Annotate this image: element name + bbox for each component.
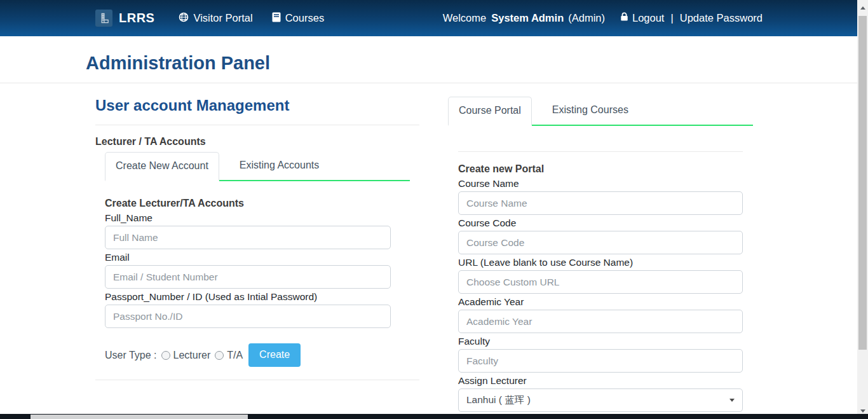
user-role: (Admin) <box>568 12 605 24</box>
logout-link[interactable]: Logout <box>620 12 664 24</box>
create-account-form: Create Lecturer/TA Accounts Full_Name Em… <box>105 181 391 380</box>
course-code-label: Course Code <box>458 217 743 230</box>
footer-bar-segment <box>31 415 248 419</box>
nav-courses-label: Courses <box>285 12 324 24</box>
create-portal-heading: Create new Portal <box>458 163 743 175</box>
chevron-down-icon <box>729 399 735 402</box>
course-portal-panel: Course Portal Existing Courses Create ne… <box>448 97 753 419</box>
radio-ta-label: T/A <box>227 350 243 361</box>
radio-lecturer[interactable] <box>161 351 170 360</box>
divider <box>95 125 419 125</box>
welcome-text: Welcome <box>443 12 486 24</box>
update-password-link[interactable]: Update Password <box>680 12 763 24</box>
top-navbar: LRRS Visitor Portal <box>0 0 857 36</box>
tab-gap <box>532 97 542 125</box>
nav-visitor-portal-label: Visitor Portal <box>193 12 252 24</box>
radio-ta[interactable] <box>215 351 224 360</box>
passport-label: Passport_Number / ID (Used as Intial Pas… <box>105 291 391 303</box>
scrollbar-up-button[interactable] <box>857 3 868 13</box>
page-header: Administration Panel <box>0 36 857 83</box>
lecturer-ta-subheading: Lecturer / TA Accounts <box>95 135 419 148</box>
course-tabs: Course Portal Existing Courses <box>448 97 753 126</box>
user-account-panel: User account Management Lecturer / TA Ac… <box>95 97 419 380</box>
brand-label: LRRS <box>119 11 154 25</box>
vertical-scrollbar[interactable] <box>857 0 868 419</box>
full-name-label: Full_Name <box>105 212 391 224</box>
user-account-title: User account Management <box>95 97 419 114</box>
brand-link[interactable]: LRRS <box>95 10 154 27</box>
nav-visitor-portal[interactable]: Visitor Portal <box>179 12 252 25</box>
nav-courses[interactable]: Courses <box>272 12 324 25</box>
page-title: Administration Panel <box>86 53 270 73</box>
create-account-heading: Create Lecturer/TA Accounts <box>105 197 391 210</box>
navbar-user-area: Welcome System Admin (Admin) Logout | Up… <box>443 12 763 24</box>
arrow-down-icon <box>860 409 865 413</box>
academic-year-label: Academic Year <box>458 296 743 308</box>
tab-course-portal[interactable]: Course Portal <box>448 97 532 126</box>
tab-gap <box>219 152 229 180</box>
tab-create-new-account[interactable]: Create New Account <box>105 152 219 181</box>
divider <box>458 151 743 152</box>
book-icon <box>272 12 281 25</box>
assign-lecturer-label: Assign Lecturer <box>458 374 743 387</box>
user-type-row: User Type : Lecturer T/A Create <box>105 343 391 367</box>
arrow-up-icon <box>860 6 865 10</box>
create-portal-form: Create new Portal Course Name Course Cod… <box>448 126 753 419</box>
email-label: Email <box>105 251 391 264</box>
assign-lecturer-select[interactable]: Lanhui ( 蓝珲 ) <box>458 388 743 412</box>
user-name: System Admin <box>491 12 564 24</box>
lock-icon <box>620 12 628 24</box>
course-name-input[interactable] <box>458 191 743 215</box>
email-input[interactable] <box>105 265 391 289</box>
course-name-label: Course Name <box>458 177 743 190</box>
user-type-label: User Type : <box>105 350 157 361</box>
full-name-field: Full_Name <box>105 212 391 249</box>
full-name-input[interactable] <box>105 226 391 249</box>
course-code-input[interactable] <box>458 231 743 254</box>
academic-year-field: Academic Year <box>458 296 743 333</box>
lrrs-logo-icon <box>95 10 112 27</box>
tab-existing-accounts[interactable]: Existing Accounts <box>229 152 329 180</box>
assign-lecturer-value: Lanhui ( 蓝珲 ) <box>466 394 531 407</box>
globe-icon <box>179 12 189 25</box>
admin-page: LRRS Visitor Portal <box>0 0 868 419</box>
scrollbar-thumb[interactable] <box>858 16 867 350</box>
radio-lecturer-label: Lecturer <box>173 350 211 361</box>
course-name-field: Course Name <box>458 177 743 215</box>
passport-field: Passport_Number / ID (Used as Intial Pas… <box>105 291 391 328</box>
email-field: Email <box>105 251 391 289</box>
navbar-divider: | <box>670 12 673 24</box>
passport-input[interactable] <box>105 305 391 328</box>
logout-label: Logout <box>632 12 664 24</box>
faculty-label: Faculty <box>458 335 743 348</box>
tab-existing-courses[interactable]: Existing Courses <box>542 97 639 125</box>
navbar-links: Visitor Portal Courses <box>179 12 324 25</box>
assign-lecturer-field: Assign Lecturer Lanhui ( 蓝珲 ) <box>458 374 743 412</box>
divider <box>95 380 419 380</box>
footer-bar <box>0 414 868 419</box>
custom-url-input[interactable] <box>458 270 743 294</box>
academic-year-input[interactable] <box>458 310 743 333</box>
faculty-input[interactable] <box>458 349 743 373</box>
custom-url-field: URL (Leave blank to use Course Name) <box>458 256 743 294</box>
create-account-button[interactable]: Create <box>248 343 301 367</box>
faculty-field: Faculty <box>458 335 743 373</box>
account-tabs: Create New Account Existing Accounts <box>105 152 410 181</box>
course-code-field: Course Code <box>458 217 743 254</box>
custom-url-label: URL (Leave blank to use Course Name) <box>458 256 743 269</box>
